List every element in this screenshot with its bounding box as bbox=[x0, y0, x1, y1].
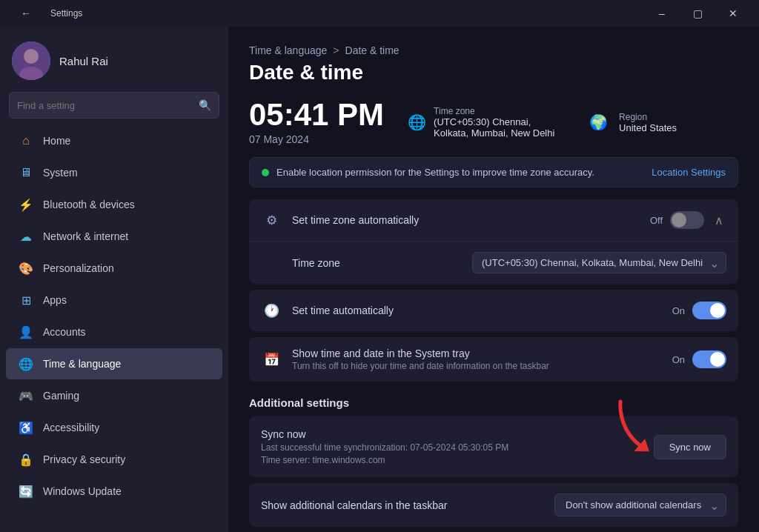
main-content: Time & language > Date & time Date & tim… bbox=[228, 27, 759, 532]
sidebar-item-bluetooth[interactable]: ⚡ Bluetooth & devices bbox=[6, 189, 222, 220]
sidebar-item-accounts[interactable]: 👤 Accounts bbox=[6, 316, 222, 348]
auto-timezone-row: ⚙ Set time zone automatically Off ∧ bbox=[249, 199, 738, 242]
sidebar: Rahul Rai 🔍 ⌂ Home 🖥 System ⚡ Bluetooth … bbox=[0, 27, 228, 532]
system-tray-text: Show time and date in the System tray Tu… bbox=[292, 348, 549, 371]
network-icon: ☁ bbox=[18, 228, 34, 245]
search-input[interactable] bbox=[17, 100, 199, 111]
timezone-row-icon: ⚙ bbox=[261, 210, 282, 230]
timezone-select[interactable]: (UTC+05:30) Chennai, Kolkata, Mumbai, Ne… bbox=[472, 252, 726, 273]
location-banner-left: Enable location permission for the Setti… bbox=[262, 167, 594, 178]
current-time: 05:41 PM bbox=[249, 99, 384, 130]
sidebar-item-label: Windows Update bbox=[43, 485, 122, 497]
sync-sub2: Time server: time.windows.com bbox=[261, 455, 508, 465]
sidebar-item-label: Accessibility bbox=[43, 422, 99, 433]
system-tray-label: Show time and date in the System tray bbox=[292, 348, 549, 359]
accounts-icon: 👤 bbox=[18, 324, 34, 340]
sidebar-item-label: Accounts bbox=[43, 326, 86, 338]
auto-timezone-left: ⚙ Set time zone automatically bbox=[261, 210, 650, 230]
location-settings-link[interactable]: Location Settings bbox=[652, 167, 726, 178]
auto-timezone-right: Off ∧ bbox=[650, 210, 726, 230]
clock-icon: 🕐 bbox=[261, 300, 282, 321]
set-time-auto-toggle[interactable] bbox=[692, 302, 726, 319]
personalization-icon: 🎨 bbox=[18, 260, 34, 276]
auto-timezone-card: ⚙ Set time zone automatically Off ∧ Time… bbox=[249, 199, 738, 284]
sidebar-item-apps[interactable]: ⊞ Apps bbox=[6, 285, 222, 316]
location-banner: Enable location permission for the Setti… bbox=[249, 157, 738, 187]
svg-marker-3 bbox=[634, 437, 652, 455]
sidebar-item-personalization[interactable]: 🎨 Personalization bbox=[6, 253, 222, 284]
sidebar-item-network[interactable]: ☁ Network & internet bbox=[6, 221, 222, 252]
set-time-auto-row: 🕐 Set time automatically On bbox=[249, 290, 738, 331]
sidebar-item-label: Gaming bbox=[43, 390, 79, 402]
auto-timezone-status: Off bbox=[650, 215, 663, 226]
auto-timezone-toggle[interactable] bbox=[670, 211, 704, 229]
auto-timezone-label: Set time zone automatically bbox=[292, 214, 419, 226]
time-region-bar: 05:41 PM 07 May 2024 🌐 Time zone (UTC+05… bbox=[249, 99, 738, 145]
title-bar-controls: – ▢ ✕ bbox=[645, 2, 750, 24]
timezone-select-right: (UTC+05:30) Chennai, Kolkata, Mumbai, Ne… bbox=[472, 252, 726, 273]
search-box[interactable]: 🔍 bbox=[9, 92, 219, 119]
minimize-button[interactable]: – bbox=[645, 2, 679, 24]
title-bar: ← Settings – ▢ ✕ bbox=[0, 0, 759, 27]
timezone-value: (UTC+05:30) Chennai, Kolkata, Mumbai, Ne… bbox=[434, 116, 561, 139]
time-display: 05:41 PM 07 May 2024 bbox=[249, 99, 384, 145]
set-time-auto-status: On bbox=[672, 305, 685, 316]
timezone-select-left: Time zone bbox=[261, 253, 472, 273]
sidebar-item-label: Personalization bbox=[43, 262, 114, 274]
calendars-label: Show additional calendars in the taskbar bbox=[261, 499, 447, 511]
timezone-dropdown-wrapper: (UTC+05:30) Chennai, Kolkata, Mumbai, Ne… bbox=[472, 252, 726, 273]
sidebar-item-update[interactable]: 🔄 Windows Update bbox=[6, 476, 222, 507]
gaming-icon: 🎮 bbox=[18, 388, 34, 404]
sidebar-item-label: Apps bbox=[43, 294, 67, 306]
svg-point-1 bbox=[24, 49, 39, 64]
system-tray-right: On bbox=[672, 350, 726, 368]
sidebar-item-label: Bluetooth & devices bbox=[43, 199, 135, 210]
sidebar-nav: ⌂ Home 🖥 System ⚡ Bluetooth & devices ☁ … bbox=[0, 124, 228, 508]
sync-sub1: Last successful time synchronization: 07… bbox=[261, 442, 508, 453]
home-icon: ⌂ bbox=[18, 133, 34, 149]
title-bar-left: ← Settings bbox=[9, 2, 82, 24]
sidebar-item-system[interactable]: 🖥 System bbox=[6, 157, 222, 188]
system-tray-card: 📅 Show time and date in the System tray … bbox=[249, 337, 738, 382]
sidebar-item-accessibility[interactable]: ♿ Accessibility bbox=[6, 412, 222, 443]
bluetooth-icon: ⚡ bbox=[18, 196, 34, 213]
app-body: Rahul Rai 🔍 ⌂ Home 🖥 System ⚡ Bluetooth … bbox=[0, 27, 759, 532]
breadcrumb-parent: Time & language bbox=[249, 44, 327, 56]
region-details: Region United States bbox=[619, 112, 677, 133]
user-profile[interactable]: Rahul Rai bbox=[0, 27, 228, 92]
timezone-details: Time zone (UTC+05:30) Chennai, Kolkata, … bbox=[434, 106, 561, 139]
breadcrumb: Time & language > Date & time bbox=[249, 44, 738, 56]
system-icon: 🖥 bbox=[18, 164, 34, 181]
search-icon: 🔍 bbox=[199, 99, 211, 111]
sidebar-item-timelang[interactable]: 🌐 Time & language bbox=[6, 348, 222, 379]
sidebar-item-label: Privacy & security bbox=[43, 453, 125, 465]
maximize-button[interactable]: ▢ bbox=[680, 2, 715, 24]
tray-icon: 📅 bbox=[261, 349, 282, 370]
green-dot bbox=[262, 169, 269, 176]
timezone-select-label: Time zone bbox=[292, 257, 340, 269]
timezone-icon: 🌐 bbox=[408, 109, 426, 136]
timezone-info: 🌐 Time zone (UTC+05:30) Chennai, Kolkata… bbox=[408, 106, 561, 139]
page-title: Date & time bbox=[249, 61, 738, 84]
sidebar-item-label: Home bbox=[43, 135, 70, 147]
close-button[interactable]: ✕ bbox=[716, 2, 750, 24]
sidebar-item-privacy[interactable]: 🔒 Privacy & security bbox=[6, 444, 222, 475]
timezone-select-row: Time zone (UTC+05:30) Chennai, Kolkata, … bbox=[249, 242, 738, 284]
set-time-auto-card: 🕐 Set time automatically On bbox=[249, 290, 738, 331]
update-icon: 🔄 bbox=[18, 483, 34, 499]
region-value: United States bbox=[619, 122, 677, 133]
auto-timezone-expand[interactable]: ∧ bbox=[712, 210, 726, 230]
sync-now-button[interactable]: Sync now bbox=[654, 435, 726, 459]
system-tray-toggle[interactable] bbox=[692, 350, 726, 368]
sidebar-item-gaming[interactable]: 🎮 Gaming bbox=[6, 380, 222, 411]
timelang-icon: 🌐 bbox=[18, 356, 34, 372]
avatar bbox=[12, 41, 50, 80]
system-tray-status: On bbox=[672, 354, 685, 365]
user-name: Rahul Rai bbox=[59, 55, 108, 67]
calendar-select[interactable]: Don't show additional calendars bbox=[554, 493, 726, 516]
back-button[interactable]: ← bbox=[9, 2, 43, 24]
calendars-row: Show additional calendars in the taskbar… bbox=[249, 483, 738, 527]
sidebar-item-home[interactable]: ⌂ Home bbox=[6, 125, 222, 156]
set-time-auto-right: On bbox=[672, 302, 726, 319]
region-icon: 🌍 bbox=[585, 109, 611, 136]
